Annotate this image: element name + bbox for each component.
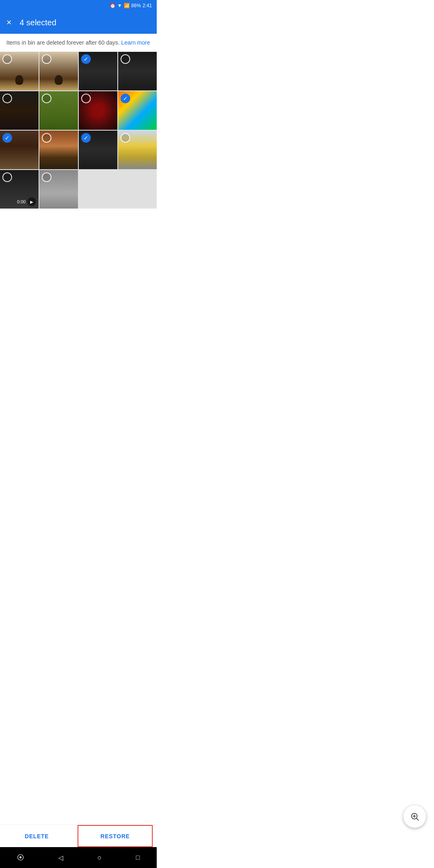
battery-text: 86% (131, 3, 141, 8)
info-text: Items in bin are deleted forever after 6… (6, 39, 120, 46)
photo-checkbox[interactable] (121, 54, 130, 64)
signal-icon: 📶 (124, 3, 130, 8)
photo-checkbox[interactable]: ✓ (81, 133, 91, 143)
photo-cell[interactable] (39, 91, 78, 130)
play-icon: ▶ (27, 197, 36, 206)
photo-checkbox[interactable] (81, 94, 91, 103)
photo-checkbox[interactable] (42, 54, 51, 64)
photo-checkbox[interactable]: ✓ (121, 94, 130, 103)
info-banner: Items in bin are deleted forever after 6… (0, 34, 157, 52)
photo-cell[interactable]: ✓ (0, 131, 39, 169)
photo-cell[interactable] (39, 131, 78, 169)
photo-cell[interactable] (0, 52, 39, 90)
photo-checkbox[interactable]: ✓ (81, 54, 91, 64)
alarm-icon: ⏰ (110, 3, 116, 8)
video-badge: 0:00 ▶ (17, 197, 36, 206)
photo-checkbox[interactable] (42, 172, 51, 182)
close-button[interactable]: × (6, 18, 12, 27)
photo-cell[interactable] (79, 91, 117, 130)
status-icons: ⏰ ▼ 📶 86% 2:41 (110, 3, 152, 8)
photo-checkbox[interactable] (2, 54, 12, 64)
video-duration: 0:00 (17, 199, 26, 204)
photo-cell[interactable] (39, 170, 78, 209)
photo-checkbox[interactable]: ✓ (2, 133, 12, 143)
photo-cell[interactable] (39, 52, 78, 90)
photo-cell[interactable]: ✓ (118, 91, 157, 130)
photo-checkbox[interactable] (42, 94, 51, 103)
photo-checkbox[interactable] (42, 133, 51, 143)
photo-checkbox[interactable] (121, 133, 130, 143)
time-display: 2:41 (143, 3, 152, 8)
learn-more-link[interactable]: Learn more (121, 39, 150, 46)
photo-checkbox[interactable] (2, 94, 12, 103)
wifi-icon: ▼ (117, 3, 122, 8)
photo-cell[interactable]: ✓ (79, 131, 117, 169)
content-spacer (0, 209, 157, 281)
photo-grid: ✓ ✓ ✓ ✓ 0:00 ▶ (0, 52, 157, 209)
photo-cell[interactable] (0, 91, 39, 130)
photo-cell[interactable] (118, 131, 157, 169)
photo-cell[interactable] (118, 52, 157, 90)
selection-title: 4 selected (20, 18, 56, 27)
photo-cell[interactable]: ✓ (79, 52, 117, 90)
photo-cell[interactable]: 0:00 ▶ (0, 170, 39, 209)
photo-checkbox[interactable] (2, 172, 12, 182)
app-bar: × 4 selected (0, 11, 157, 34)
status-bar: ⏰ ▼ 📶 86% 2:41 (0, 0, 157, 11)
